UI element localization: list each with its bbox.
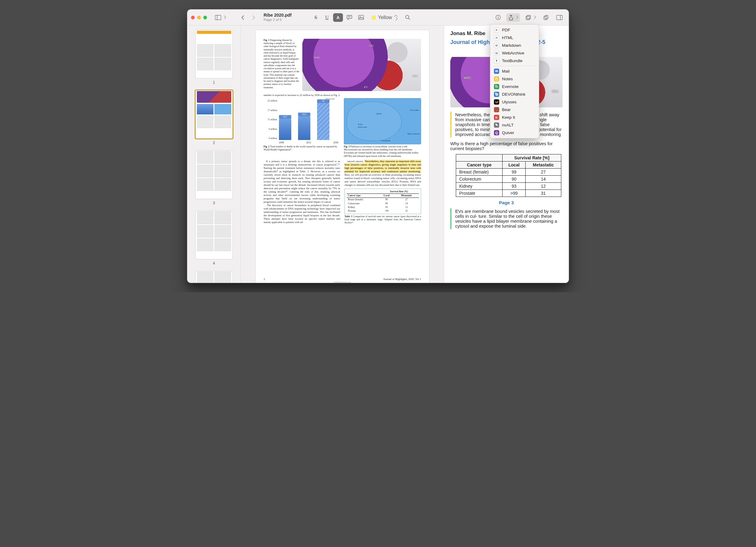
share-button[interactable] [506,13,520,22]
image-annotation-button[interactable] [356,13,366,22]
fig2-caption: Total number of deaths in the world caus… [264,145,337,151]
hero-label-wbc: WBC [314,56,321,60]
page-site-footer: highlightsapp.net [256,281,429,283]
annotation-tools: S U A [311,13,366,22]
share-app-bear[interactable]: 🐻Bear [490,106,539,114]
copy-button[interactable] [541,13,551,22]
body-text-columns: If a primary tumor spreads to a distant … [264,160,421,225]
fig1-caption: Diagnosing disease by analyzing a sample… [264,39,299,89]
toolbar: Ribe 2020.pdf Page 2 of 5 S U A Yellow [187,10,569,26]
highlight-button[interactable]: A [333,13,343,22]
comment-button[interactable] [344,13,355,22]
share-app-notes[interactable]: 🗒Notes [490,75,539,83]
app-icon: 🐚 [494,92,499,97]
strikethrough-button[interactable]: S [311,13,321,22]
thumbnail-number: 4 [213,261,215,266]
forward-button[interactable] [249,13,259,22]
figure-2-chart: 22 million17 million11 million6 million0… [264,98,341,144]
window-controls [191,16,207,19]
app-icon: ✎ [494,122,499,128]
thumbnail-page-4[interactable]: 4 [187,211,241,266]
inline-highlight-yellow[interactable]: Nevertheless, they represent an importan… [344,160,421,173]
svg-rect-0 [215,15,221,20]
thumbnail-page-5[interactable]: 5 [187,271,241,283]
zoom-window-button[interactable] [203,16,207,19]
fig3-caption: Pathways to secretion of extracellular v… [344,145,418,158]
svg-point-5 [360,16,360,17]
underline-button[interactable]: U [322,13,332,22]
notes-user-note[interactable]: Why is there a high percentage of false … [450,141,563,151]
hero-label-ev: EV [364,86,368,89]
share-format-webarchive[interactable]: WWebArchive [490,49,539,57]
share-app-mail[interactable]: ✉Mail [490,67,539,75]
svg-rect-10 [498,17,499,19]
svg-point-9 [498,16,499,17]
svg-line-7 [408,18,410,20]
info-button[interactable] [493,13,503,22]
notes-highlight-green[interactable]: EVs are membrane bound vesicles secreted… [450,208,563,229]
share-format-html[interactable]: HHTML [490,34,539,42]
share-app-devonthink[interactable]: 🐚DEVONthink [490,90,539,98]
format-icon: H [494,35,499,40]
back-button[interactable] [238,13,248,22]
page-number: 2 [264,277,265,281]
hero-label-rbc: RBC [412,74,418,78]
share-format-pdf[interactable]: PPDF [490,26,539,34]
format-icon: P [494,27,499,33]
thumbnail-number: 1 [213,80,215,85]
app-icon: ✉ [494,69,499,74]
share-app-ulysses[interactable]: 🦋Ulysses [490,98,539,106]
thumbnail-page-1[interactable]: 1 [187,30,241,85]
chart-bar-2008: 12,7 [279,119,291,140]
svg-rect-14 [545,15,548,19]
search-button[interactable] [403,13,413,22]
svg-rect-4 [359,15,364,20]
body-line: number is expected to increase to 22 mil… [264,94,421,97]
figure-3-image: MVB Early Endosome Cytoplasm Exosomes Mi… [344,98,421,144]
svg-point-6 [405,15,409,19]
pdf-viewer[interactable]: Fig. 1 Diagnosing disease by analyzing a… [241,26,444,283]
svg-rect-15 [557,15,563,20]
format-icon: T [494,58,499,63]
highlight-color-label: Yellow [378,15,392,20]
thumbnail-number: 2 [213,141,215,145]
document-title: Ribe 2020.pdf [264,13,308,18]
app-icon: 🐻 [494,107,499,112]
share-dropdown-menu: PPDFHHTMLMMarkdownWWebArchiveTTextBundle… [490,24,539,138]
share-app-keep-it[interactable]: KKeep It [490,114,539,121]
hero-label-ctc: CTC [369,44,374,48]
app-icon: 🐘 [494,84,499,89]
thumbnail-number: 3 [213,201,215,205]
svg-rect-12 [527,15,531,19]
sidebar-toggle-button[interactable] [213,13,228,22]
svg-rect-11 [526,16,530,20]
right-pane-toggle-button[interactable] [554,13,565,22]
thumbnail-page-3[interactable]: 3 [187,150,241,205]
app-icon: 🗒 [494,76,499,82]
close-window-button[interactable] [191,16,195,19]
share-app-evernote[interactable]: 🐘Evernote [490,83,539,90]
app-icon: K [494,115,499,120]
document-page-indicator: Page 2 of 5 [264,18,308,22]
highlight-color-picker[interactable]: Yellow [369,13,400,22]
app-window: Ribe 2020.pdf Page 2 of 5 S U A Yellow [187,9,569,283]
export-menu-button[interactable] [523,13,538,22]
share-format-textbundle[interactable]: TTextBundle [490,57,539,65]
share-format-markdown[interactable]: MMarkdown [490,42,539,49]
svg-rect-13 [544,16,547,20]
chevron-down-icon [532,15,536,19]
thumbnail-page-2[interactable]: 2 [187,90,241,145]
page-journal-footer: Journal of Highlights, 2020, Vol 1 [384,277,421,281]
table-1: Survival Rate [%]Cancer typeLocalMetasta… [344,189,421,214]
share-app-nvalt[interactable]: ✎nvALT [490,121,539,129]
format-icon: M [494,43,499,48]
minimize-window-button[interactable] [197,16,201,19]
app-icon: 🦋 [494,99,499,105]
thumbnail-sidebar[interactable]: 12345 [187,26,241,283]
share-app-quiver[interactable]: QQuiver [490,129,539,137]
document-title-block: Ribe 2020.pdf Page 2 of 5 [262,13,308,22]
pdf-page: Fig. 1 Diagnosing disease by analyzing a… [255,30,429,283]
format-icon: W [494,50,499,56]
notes-page-header-3: Page 3 [450,200,563,205]
color-swatch-icon [372,16,376,19]
